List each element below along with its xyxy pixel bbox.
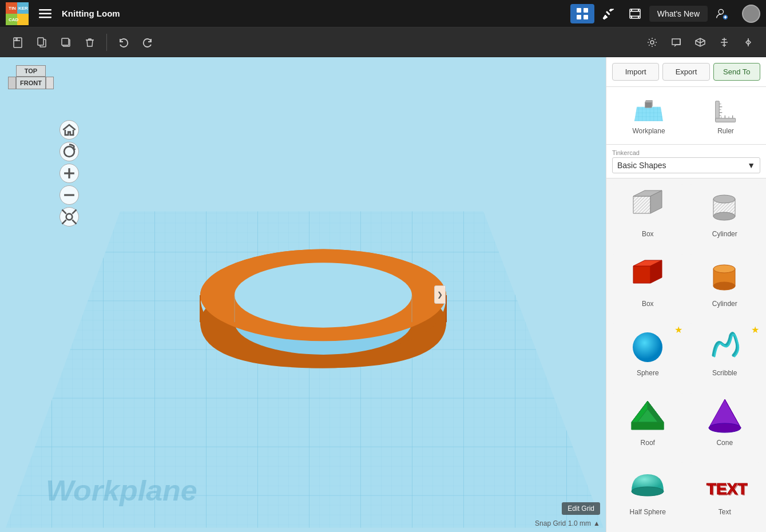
svg-rect-16 [630, 11, 640, 12]
half-sphere-label: Half Sphere [630, 508, 666, 516]
shapes-category-label: Basic Shapes [617, 161, 666, 170]
duplicate-button[interactable] [55, 33, 77, 51]
nav-icons: What's New [570, 1, 766, 26]
main-area: Workplane TOP FRONT [0, 57, 766, 532]
svg-rect-54 [715, 118, 735, 122]
svg-rect-28 [38, 38, 43, 45]
viewport[interactable]: Workplane TOP FRONT [0, 57, 606, 532]
scribble-star-badge: ★ [751, 324, 759, 335]
gallery-icon-button[interactable] [623, 4, 647, 23]
dropdown-chevron-icon: ▼ [747, 161, 755, 170]
ruler-tool[interactable]: Ruler [700, 93, 752, 138]
user-avatar [742, 5, 760, 23]
shape-roof-green[interactable]: Roof [612, 393, 684, 457]
cylinder-orange-label: Cylinder [712, 300, 737, 308]
text-icon: TEXT TEXT [702, 466, 748, 506]
zoom-in-button[interactable] [59, 164, 79, 183]
light-button[interactable] [641, 33, 663, 51]
ruler-icon [712, 96, 740, 125]
workplane-tool[interactable]: Workplane [621, 93, 676, 138]
svg-marker-51 [645, 100, 652, 102]
view3d-button[interactable] [689, 33, 711, 51]
panel-collapse-button[interactable]: ❯ [434, 285, 446, 304]
svg-point-78 [633, 332, 662, 362]
orient-right-face[interactable] [46, 77, 54, 89]
shapes-grid: Box Cylinder [606, 178, 766, 532]
shape-sphere-blue[interactable]: ★ Sphere [612, 323, 684, 387]
copy-button[interactable] [31, 33, 53, 51]
zoom-out-button[interactable] [59, 185, 79, 205]
snap-grid-info: Snap Grid 1.0 mm ▲ [535, 519, 600, 527]
shape-text[interactable]: TEXT TEXT Text [689, 462, 761, 526]
new-button[interactable] [7, 33, 29, 51]
align-button[interactable] [713, 33, 735, 51]
shapes-header: Tinkercad Basic Shapes ▼ [606, 145, 766, 178]
snap-grid-value: 1.0 mm [568, 519, 591, 527]
toolbar-separator [106, 34, 107, 51]
project-title: Knitting Loom [62, 9, 120, 18]
add-user-button[interactable] [710, 4, 734, 23]
svg-marker-34 [6, 211, 604, 527]
snap-grid-label-text: Snap Grid [535, 519, 566, 527]
svg-marker-82 [632, 422, 664, 430]
svg-text:KER: KER [18, 6, 28, 11]
mirror-button[interactable] [737, 33, 759, 51]
edit-grid-button[interactable]: Edit Grid [562, 502, 600, 515]
svg-rect-8 [39, 13, 51, 14]
toolbar-right-group [641, 33, 759, 51]
shapes-category-dropdown[interactable]: Basic Shapes ▼ [612, 157, 760, 173]
redo-button[interactable] [137, 33, 158, 51]
comment-button[interactable] [665, 33, 687, 51]
orientation-cube[interactable]: TOP FRONT [8, 65, 54, 111]
svg-rect-10 [577, 8, 581, 13]
delete-button[interactable] [79, 33, 101, 51]
user-avatar-button[interactable] [736, 1, 766, 26]
svg-point-84 [709, 423, 741, 432]
text-label: Text [719, 508, 731, 516]
box-red-label: Box [642, 300, 654, 308]
shape-cone-purple[interactable]: Cone [689, 393, 761, 457]
shape-half-sphere[interactable]: Half Sphere [612, 462, 684, 526]
scribble-icon [702, 327, 748, 367]
cone-label: Cone [716, 439, 733, 447]
cylinder-orange-icon [702, 257, 748, 297]
shape-cylinder-orange[interactable]: Cylinder [689, 254, 761, 318]
tinkercad-logo[interactable]: TIN KER CAD [6, 2, 29, 25]
sphere-label: Sphere [637, 369, 659, 377]
roof-label: Roof [641, 439, 655, 447]
svg-rect-20 [631, 15, 632, 18]
svg-point-41 [235, 263, 412, 327]
shape-cylinder-gray[interactable]: Cylinder [689, 184, 761, 248]
orient-left-face[interactable] [8, 77, 16, 89]
toolbar [0, 27, 766, 57]
box-red-icon [625, 257, 670, 297]
send-to-button[interactable]: Send To [713, 63, 760, 81]
svg-point-71 [713, 212, 735, 220]
svg-rect-7 [39, 9, 51, 11]
view-controls [59, 65, 79, 227]
rotate-view-button[interactable] [59, 142, 79, 161]
snap-grid-arrow[interactable]: ▲ [593, 519, 600, 527]
workplane-grid: Workplane [0, 57, 606, 532]
fit-view-button[interactable] [59, 207, 79, 227]
svg-rect-18 [631, 9, 632, 11]
whats-new-button[interactable]: What's New [649, 6, 708, 22]
svg-point-37 [235, 263, 412, 327]
home-view-button[interactable] [59, 120, 79, 140]
workplane-ruler-row: Workplane [606, 87, 766, 145]
export-button[interactable]: Export [662, 63, 709, 81]
tinker-icon-button[interactable] [597, 4, 621, 23]
svg-point-86 [632, 487, 664, 496]
shape-box-red[interactable]: Box [612, 254, 684, 318]
workplane-icon [634, 96, 663, 125]
import-button[interactable]: Import [612, 63, 659, 81]
undo-button[interactable] [113, 33, 134, 51]
shape-scribble[interactable]: ★ Scribble [689, 323, 761, 387]
shape-box-gray[interactable]: Box [612, 184, 684, 248]
orient-top-face[interactable]: TOP [16, 65, 46, 77]
apps-grid-icon-button[interactable] [570, 4, 594, 23]
orient-front-face[interactable]: FRONT [16, 77, 46, 89]
svg-point-76 [713, 265, 735, 273]
menu-icon-button[interactable] [33, 4, 57, 23]
workplane-label: Workplane [632, 127, 665, 135]
